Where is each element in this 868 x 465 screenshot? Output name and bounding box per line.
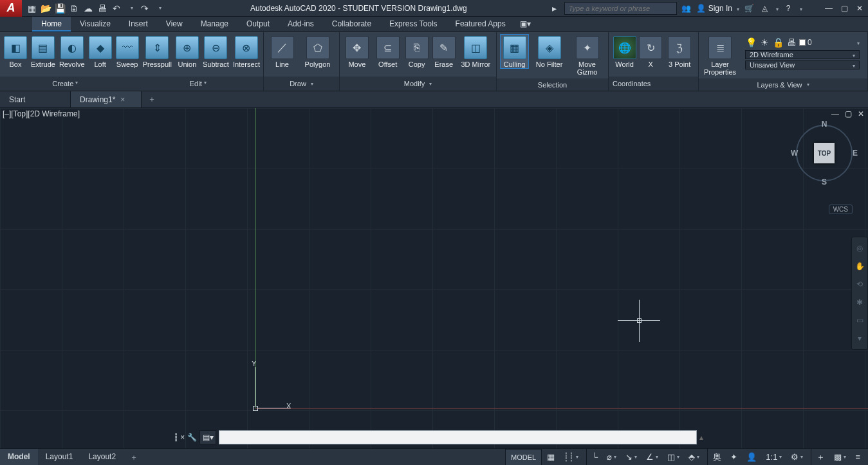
- loft-button[interactable]: ◆Loft: [89, 35, 112, 68]
- help-caret[interactable]: [798, 4, 802, 13]
- layout-add[interactable]: ＋: [124, 449, 144, 465]
- restore-icon[interactable]: ▢: [838, 3, 850, 14]
- grid-icon[interactable]: ▦: [543, 449, 559, 466]
- 3dmirror-button[interactable]: ◫3D Mirror: [459, 35, 492, 68]
- panel-title-modify[interactable]: Modify: [340, 77, 496, 91]
- undo-dropdown[interactable]: [125, 3, 136, 14]
- redo-dropdown[interactable]: [153, 3, 165, 14]
- compass-n[interactable]: N: [822, 120, 827, 129]
- 3dosnap-icon[interactable]: ⬘: [685, 449, 703, 466]
- cart-icon[interactable]: 🛒: [743, 3, 755, 14]
- saveweb-icon[interactable]: ☁: [82, 3, 94, 14]
- share-icon[interactable]: ▸: [549, 3, 560, 14]
- snap-icon[interactable]: ┊┊: [560, 449, 582, 466]
- search-input[interactable]: [564, 2, 677, 15]
- minimize-icon[interactable]: —: [823, 3, 835, 14]
- cmd-customize-icon[interactable]: 🔧: [187, 433, 197, 442]
- erase-button[interactable]: ✎Erase: [432, 35, 456, 68]
- panel-title-draw[interactable]: Draw: [264, 77, 339, 91]
- a360-icon[interactable]: ◬: [759, 3, 770, 14]
- cmd-handle[interactable]: ┇ ×: [174, 433, 185, 442]
- culling-button[interactable]: ▦Culling: [501, 35, 528, 68]
- lock-icon[interactable]: 🔒: [772, 37, 784, 48]
- panel-title-layers[interactable]: Layers & View: [699, 78, 867, 91]
- redo-icon[interactable]: ↷: [139, 3, 151, 14]
- layer-properties-button[interactable]: ≣Layer Properties: [703, 35, 737, 76]
- tab-output[interactable]: Output: [237, 17, 279, 32]
- plot-icon[interactable]: 🖶: [97, 3, 108, 14]
- sun-icon[interactable]: ☀: [759, 37, 770, 48]
- osnap-icon[interactable]: ∠: [642, 449, 662, 466]
- viewport-label[interactable]: [–][Top][2D Wireframe]: [3, 109, 80, 118]
- panel-title-coordinates[interactable]: Coordinates: [609, 77, 698, 91]
- people-icon[interactable]: 👥: [681, 3, 692, 14]
- otrack-icon[interactable]: ◫: [663, 449, 683, 466]
- tab-view[interactable]: View: [157, 17, 192, 32]
- layout-tab-layout2[interactable]: Layout2: [80, 449, 124, 465]
- signin-button[interactable]: 👤 Sign In: [696, 4, 739, 13]
- viewcube-face[interactable]: TOP: [814, 143, 835, 163]
- wcs-badge[interactable]: WCS: [829, 205, 853, 214]
- panel-title-selection[interactable]: Selection: [497, 78, 608, 91]
- line-button[interactable]: ／Line: [268, 35, 297, 68]
- close-tab-icon[interactable]: ×: [120, 95, 125, 104]
- extrude-button[interactable]: ▤Extrude: [31, 35, 55, 68]
- app-logo[interactable]: A: [0, 0, 22, 17]
- status-model[interactable]: MODEL: [505, 449, 542, 466]
- a360-caret[interactable]: [774, 4, 779, 13]
- revolve-button[interactable]: ◐Revolve: [59, 35, 85, 68]
- x-button[interactable]: ↻X: [640, 35, 661, 68]
- crosshair-status-icon[interactable]: ＋: [811, 449, 829, 466]
- ortho-icon[interactable]: └: [586, 449, 602, 466]
- layout-tab-layout1[interactable]: Layout1: [38, 449, 81, 465]
- cmd-history-icon[interactable]: ▴: [699, 433, 703, 442]
- new-icon[interactable]: ▦: [26, 3, 37, 14]
- compass-e[interactable]: E: [853, 149, 858, 158]
- tab-insert[interactable]: Insert: [120, 17, 157, 32]
- undo-icon[interactable]: ↶: [111, 3, 122, 14]
- tab-addins[interactable]: Add-ins: [279, 17, 323, 32]
- vp-close-icon[interactable]: ✕: [856, 109, 865, 118]
- orbit-icon[interactable]: ⟲: [854, 278, 865, 290]
- vp-restore-icon[interactable]: ▢: [844, 109, 853, 118]
- nav-more-icon[interactable]: ▾: [854, 333, 865, 344]
- gizmo-status-icon[interactable]: ✦: [726, 449, 741, 466]
- file-tab-drawing1[interactable]: Drawing1* ×: [71, 91, 142, 107]
- cmd-recent-icon[interactable]: ▤▾: [199, 430, 216, 444]
- view-dropdown[interactable]: Unsaved View: [745, 60, 860, 69]
- file-tab-start[interactable]: Start: [0, 91, 71, 107]
- visual-style-dropdown[interactable]: 2D Wireframe: [745, 50, 860, 59]
- showmotion-icon[interactable]: ▭: [854, 315, 865, 326]
- layer-caret[interactable]: [855, 38, 860, 47]
- compass-s[interactable]: S: [822, 178, 827, 187]
- iso-icon[interactable]: ↘: [622, 449, 641, 466]
- visualstyle-status-icon[interactable]: ▩: [830, 449, 850, 466]
- move-button[interactable]: ✥Move: [344, 35, 371, 68]
- close-icon[interactable]: ✕: [854, 3, 865, 14]
- command-input[interactable]: [219, 430, 697, 444]
- compass-w[interactable]: W: [791, 149, 798, 158]
- nofilter-button[interactable]: ◈No Filter: [532, 35, 566, 68]
- settings-icon[interactable]: ⚙: [787, 449, 807, 466]
- add-tab-button[interactable]: ＋: [142, 91, 162, 107]
- pan-icon[interactable]: ✋: [854, 260, 865, 272]
- vp-minimize-icon[interactable]: —: [831, 109, 840, 118]
- panel-title-create[interactable]: Create: [0, 80, 131, 87]
- tab-featured[interactable]: Featured Apps: [447, 17, 515, 32]
- intersect-button[interactable]: ⊗Intersect: [233, 35, 260, 68]
- world-button[interactable]: 🌐World: [613, 35, 636, 68]
- customize-status-icon[interactable]: ≡: [851, 449, 864, 466]
- tab-home[interactable]: Home: [32, 17, 71, 32]
- offset-button[interactable]: ⊆Offset: [374, 35, 402, 68]
- sweep-button[interactable]: 〰Sweep: [116, 35, 139, 68]
- drawing-canvas[interactable]: [–][Top][2D Wireframe] — ▢ ✕ Y X N S E W…: [0, 108, 868, 448]
- help-icon[interactable]: ?: [782, 3, 794, 14]
- subtract-button[interactable]: ⊖Subtract: [203, 35, 229, 68]
- annoscale-icon[interactable]: 1:1: [762, 449, 786, 466]
- gizmo-button[interactable]: ✦Move Gizmo: [570, 35, 604, 76]
- open-icon[interactable]: 📂: [40, 3, 51, 14]
- ribbon-expand[interactable]: ▣▾: [515, 17, 536, 32]
- plot-toggle-icon[interactable]: 🖶: [786, 37, 797, 48]
- full-nav-icon[interactable]: ◎: [854, 242, 865, 254]
- saveas-icon[interactable]: 🗎: [68, 3, 80, 14]
